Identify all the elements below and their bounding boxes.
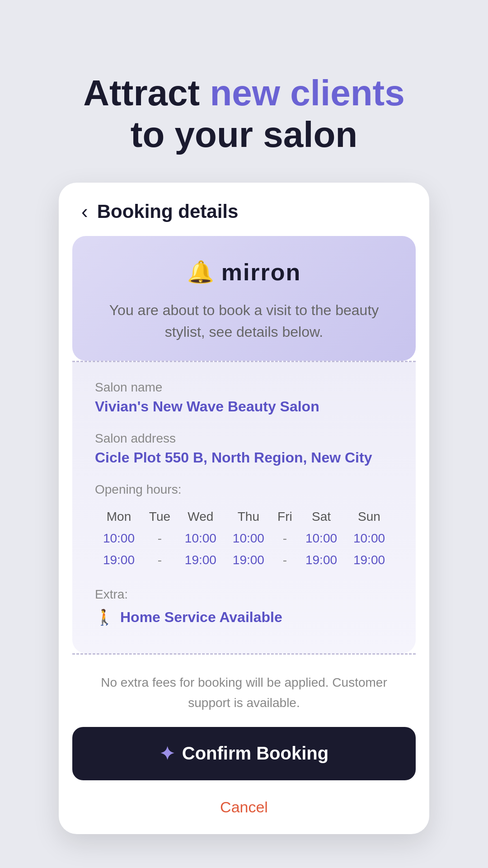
extra-section: Extra: 🚶 Home Service Available [95, 587, 393, 626]
confirm-sparkle-icon: ✦ [160, 743, 175, 764]
open-times-row: 10:00-10:0010:00-10:0010:00 [95, 528, 393, 549]
home-service-icon: 🚶 [95, 608, 114, 626]
open-time-cell: - [272, 528, 297, 549]
close-time-cell: - [143, 549, 177, 571]
open-time-cell: 10:00 [225, 528, 272, 549]
mirron-logo-name: mirron [221, 259, 301, 286]
open-time-cell: 10:00 [345, 528, 393, 549]
day-header: Sat [297, 506, 345, 528]
salon-address-value: Cicle Plot 550 B, North Region, New City [95, 449, 393, 466]
ticket-body: Salon name Vivian's New Wave Beauty Salo… [72, 362, 416, 653]
day-header: Fri [272, 506, 297, 528]
close-time-cell: - [272, 549, 297, 571]
open-time-cell: 10:00 [95, 528, 143, 549]
back-button[interactable]: ‹ [81, 202, 88, 222]
salon-address-label: Salon address [95, 431, 393, 446]
hours-table: MonTueWedThuFriSatSun 10:00-10:0010:00-1… [95, 506, 393, 571]
ticket-subtitle: You are about to book a visit to the bea… [90, 299, 398, 343]
footer-note: No extra fees for booking will be applie… [59, 655, 429, 727]
bottom-divider [72, 653, 416, 655]
days-header-row: MonTueWedThuFriSatSun [95, 506, 393, 528]
salon-name-block: Salon name Vivian's New Wave Beauty Salo… [95, 380, 393, 415]
top-divider [72, 361, 416, 362]
day-header: Thu [225, 506, 272, 528]
cancel-button[interactable]: Cancel [59, 789, 429, 825]
day-header: Wed [177, 506, 225, 528]
close-time-cell: 19:00 [177, 549, 225, 571]
booking-card: ‹ Booking details 🔔 mirron You are about… [59, 183, 429, 834]
close-time-cell: 19:00 [297, 549, 345, 571]
home-service-text: Home Service Available [120, 609, 282, 626]
day-header: Mon [95, 506, 143, 528]
card-header: ‹ Booking details [59, 183, 429, 236]
open-time-cell: - [143, 528, 177, 549]
hero-section: Attract new clientsto your salon [0, 0, 488, 183]
hours-label: Opening hours: [95, 482, 393, 497]
open-time-cell: 10:00 [177, 528, 225, 549]
day-header: Sun [345, 506, 393, 528]
close-time-cell: 19:00 [345, 549, 393, 571]
hero-title-part2: to your salon [131, 114, 357, 155]
extra-label: Extra: [95, 587, 393, 602]
ticket-top: 🔔 mirron You are about to book a visit t… [72, 236, 416, 361]
card-header-title: Booking details [97, 201, 239, 222]
close-time-cell: 19:00 [95, 549, 143, 571]
close-time-cell: 19:00 [225, 549, 272, 571]
close-times-row: 19:00-19:0019:00-19:0019:00 [95, 549, 393, 571]
hours-section: Opening hours: MonTueWedThuFriSatSun 10:… [95, 482, 393, 571]
hero-title-accent: new clients [210, 73, 404, 113]
salon-name-label: Salon name [95, 380, 393, 395]
mirron-logo-icon: 🔔 [187, 259, 214, 285]
hero-title: Attract new clientsto your salon [27, 72, 461, 156]
home-service-row: 🚶 Home Service Available [95, 608, 393, 626]
salon-name-value: Vivian's New Wave Beauty Salon [95, 398, 393, 415]
confirm-booking-label: Confirm Booking [182, 743, 328, 764]
open-time-cell: 10:00 [297, 528, 345, 549]
logo-area: 🔔 mirron [90, 259, 398, 286]
salon-address-block: Salon address Cicle Plot 550 B, North Re… [95, 431, 393, 466]
hero-title-part1: Attract [83, 73, 210, 113]
confirm-booking-button[interactable]: ✦ Confirm Booking [72, 727, 416, 780]
day-header: Tue [143, 506, 177, 528]
